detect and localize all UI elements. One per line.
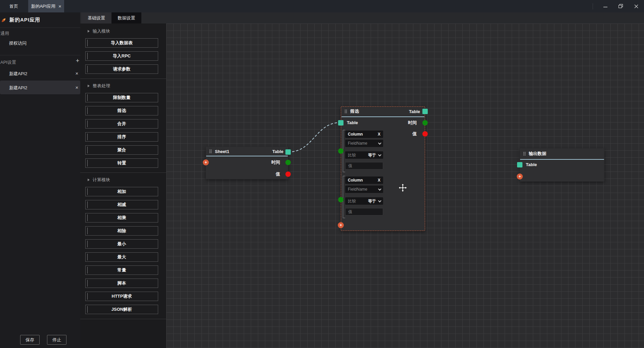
port-sheet1-time-out[interactable] <box>285 160 291 165</box>
port-filter-compare1-in[interactable] <box>338 148 343 154</box>
module-button-merge[interactable]: 合并 <box>85 119 158 129</box>
tab-home[interactable]: 首页 <box>0 0 28 12</box>
port-filter-compare2-in[interactable] <box>338 197 343 202</box>
panel-divider <box>80 172 166 173</box>
app-title: 新的API应用 <box>9 17 40 23</box>
add-api-button[interactable]: + <box>75 58 81 64</box>
sidebar: 新的API应用 通用 授权访问 API设置 + 新建API2 × 新建API2 … <box>0 12 80 348</box>
minimize-button[interactable] <box>598 0 613 12</box>
close-button[interactable] <box>629 0 644 12</box>
close-icon <box>634 4 638 8</box>
value-placeholder: 值 <box>348 163 352 169</box>
save-button[interactable]: 保存 <box>20 335 40 345</box>
compare-label: 比较 <box>348 198 356 204</box>
field-select-2[interactable]: FieldName <box>345 186 383 193</box>
sidebar-item-api-1[interactable]: 新建API2 <box>9 71 27 77</box>
drag-handle-icon[interactable] <box>523 152 526 156</box>
restore-button[interactable] <box>613 0 629 12</box>
compare-value: 等于 <box>368 198 376 204</box>
tab-api-app-label: 新的API应用 <box>31 3 55 9</box>
port-sheet1-value-out[interactable] <box>285 171 291 177</box>
module-button-max[interactable]: 最大 <box>85 252 158 262</box>
module-button-subtract[interactable]: 相减 <box>85 200 158 209</box>
tab-data-settings[interactable]: 数据设置 <box>111 12 141 23</box>
node-sheet1-header[interactable]: Sheet1 Table <box>206 147 288 156</box>
node-output-header[interactable]: 输出数据 <box>520 148 604 159</box>
chevron-down-icon <box>378 187 381 191</box>
port-filter-table-out[interactable] <box>422 109 428 114</box>
node-filter[interactable]: 筛选 Table Table 时间 值 Column X FieldName <box>341 106 425 231</box>
node-sheet1-table-label: Table <box>272 149 283 154</box>
close-api-1-icon[interactable]: × <box>74 71 80 76</box>
node-output-title: 输出数据 <box>529 151 546 157</box>
module-button-min[interactable]: 最小 <box>85 239 158 249</box>
node-header-underline <box>520 159 604 160</box>
tab-close-icon[interactable]: × <box>58 4 61 9</box>
stop-button[interactable]: 停止 <box>47 335 66 345</box>
column-header-2[interactable]: Column X <box>345 177 383 184</box>
port-output-table-in[interactable] <box>517 162 522 167</box>
port-filter-time-out[interactable] <box>422 120 428 126</box>
compare-label: 比较 <box>348 152 356 158</box>
module-button-divide[interactable]: 相除 <box>85 226 158 236</box>
add-port-button[interactable]: + <box>203 159 209 165</box>
flow-canvas[interactable]: Sheet1 Table 时间 值 + 筛选 Table <box>166 23 644 348</box>
output-label-value: 值 <box>397 131 417 137</box>
section-compute-modules[interactable]: 计算模块 <box>88 177 166 183</box>
value-input-2[interactable]: 值 <box>345 208 383 215</box>
remove-column-icon[interactable]: X <box>378 178 380 183</box>
node-output[interactable]: 输出数据 Table + <box>520 148 604 182</box>
output-label-time: 时间 <box>397 120 417 126</box>
triangle-icon <box>88 85 90 87</box>
column-header-1[interactable]: Column X <box>345 131 383 138</box>
close-api-2-icon[interactable]: × <box>74 85 80 90</box>
field-select-1[interactable]: FieldName <box>345 140 383 147</box>
module-button-sort[interactable]: 排序 <box>85 132 158 142</box>
module-button-http-request[interactable]: HTTP请求 <box>85 292 158 301</box>
compare-value: 等于 <box>368 152 376 158</box>
drag-handle-icon[interactable] <box>209 149 212 153</box>
module-button-add[interactable]: 相加 <box>85 187 158 196</box>
module-button-aggregate[interactable]: 聚合 <box>85 145 158 155</box>
module-button-request-params[interactable]: 请求参数 <box>85 64 158 74</box>
section-label-general: 通用 <box>0 31 9 37</box>
section-compute-modules-label: 计算模块 <box>93 177 110 183</box>
compare-select-2[interactable]: 比较 等于 <box>345 197 383 205</box>
module-button-multiply[interactable]: 相乘 <box>85 213 158 222</box>
output-label-time: 时间 <box>260 160 280 165</box>
tab-api-app[interactable]: 新的API应用 × <box>28 0 64 12</box>
add-port-button[interactable]: + <box>517 173 523 180</box>
tab-basic-settings[interactable]: 基础设置 <box>81 12 111 23</box>
node-filter-header[interactable]: 筛选 Table <box>341 107 425 116</box>
section-input-modules[interactable]: 输入模块 <box>88 28 166 34</box>
value-placeholder: 值 <box>348 209 352 215</box>
port-sheet1-table-out[interactable] <box>285 149 291 155</box>
section-table-processing[interactable]: 整表处理 <box>88 83 166 89</box>
module-button-import-table[interactable]: 导入数据表 <box>85 38 158 48</box>
compare-select-1[interactable]: 比较 等于 <box>345 151 383 159</box>
node-sheet1-title: Sheet1 <box>215 149 229 154</box>
settings-tab-bar: 基础设置 数据设置 <box>80 12 644 23</box>
add-column-button[interactable]: + <box>338 222 344 228</box>
module-button-script[interactable]: 脚本 <box>85 279 158 288</box>
port-filter-table-in[interactable] <box>338 120 343 126</box>
field-select-value: FieldName <box>348 141 367 146</box>
module-button-constant[interactable]: 常量 <box>85 265 158 275</box>
module-button-limit[interactable]: 限制数量 <box>85 93 158 102</box>
field-select-value: FieldName <box>348 187 367 192</box>
port-filter-value-out[interactable] <box>422 131 428 137</box>
tab-home-label: 首页 <box>9 3 18 9</box>
module-panel: 输入模块 导入数据表 导入RPC 请求参数 整表处理 限制数量 筛选 合并 排序… <box>80 23 166 348</box>
value-input-1[interactable]: 值 <box>345 162 383 169</box>
node-sheet1[interactable]: Sheet1 Table 时间 值 + <box>206 147 288 179</box>
sidebar-item-auth[interactable]: 授权访问 <box>9 40 27 46</box>
rocket-icon <box>1 17 6 23</box>
remove-column-icon[interactable]: X <box>378 132 380 137</box>
module-button-import-rpc[interactable]: 导入RPC <box>85 51 158 61</box>
node-header-underline <box>206 156 288 156</box>
module-button-filter[interactable]: 筛选 <box>85 106 158 115</box>
module-button-transpose[interactable]: 转置 <box>85 158 158 168</box>
drag-handle-icon[interactable] <box>344 109 347 113</box>
sidebar-item-api-2[interactable]: 新建API2 <box>9 85 27 91</box>
module-button-json-parse[interactable]: JSON解析 <box>85 305 158 314</box>
